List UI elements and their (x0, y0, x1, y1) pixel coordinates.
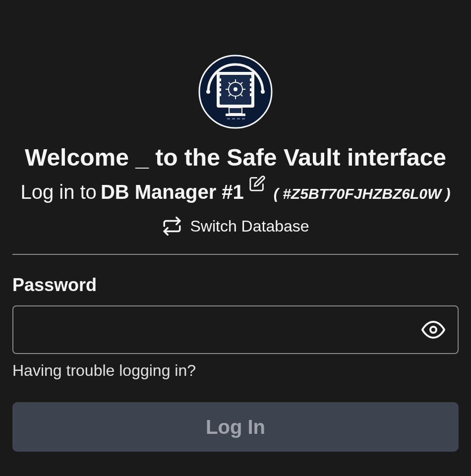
svg-rect-28 (242, 118, 245, 119)
svg-point-2 (261, 90, 265, 94)
database-name: DB Manager #1 (101, 181, 244, 203)
svg-rect-6 (217, 83, 221, 86)
welcome-title: Welcome _ to the Safe Vault interface (25, 144, 446, 171)
login-prefix: Log in to (20, 181, 96, 203)
svg-rect-12 (250, 93, 254, 96)
edit-icon (249, 175, 266, 192)
login-subtitle: Log in to DB Manager #1 ( #Z5BT70FJHZBZ6… (10, 181, 461, 203)
svg-point-1 (206, 90, 210, 94)
svg-rect-26 (232, 118, 235, 119)
svg-rect-23 (229, 108, 242, 114)
svg-rect-10 (250, 83, 254, 86)
svg-rect-5 (217, 78, 221, 81)
password-input[interactable] (26, 306, 421, 353)
login-button[interactable]: Log In (12, 402, 459, 452)
svg-rect-9 (250, 78, 254, 81)
divider (12, 254, 459, 255)
database-id: ( #Z5BT70FJHZBZ6L0W ) (274, 185, 451, 202)
svg-point-14 (234, 87, 237, 91)
trouble-logging-in-link[interactable]: Having trouble logging in? (12, 361, 196, 380)
password-field-container (12, 305, 459, 354)
svg-rect-7 (217, 88, 221, 91)
edit-name-button[interactable] (249, 175, 266, 194)
switch-icon (162, 216, 182, 237)
switch-database-button[interactable]: Switch Database (162, 216, 309, 237)
svg-rect-27 (237, 118, 240, 119)
svg-point-29 (430, 327, 436, 333)
app-logo (198, 55, 273, 129)
svg-rect-25 (227, 118, 230, 119)
toggle-password-visibility-button[interactable] (421, 318, 445, 342)
svg-rect-8 (217, 93, 221, 96)
eye-icon (421, 318, 445, 342)
login-form: Password Having trouble logging in? Log … (12, 275, 459, 452)
svg-rect-24 (226, 114, 245, 116)
password-label: Password (12, 275, 459, 296)
svg-rect-11 (250, 88, 254, 91)
switch-database-label: Switch Database (190, 217, 309, 236)
